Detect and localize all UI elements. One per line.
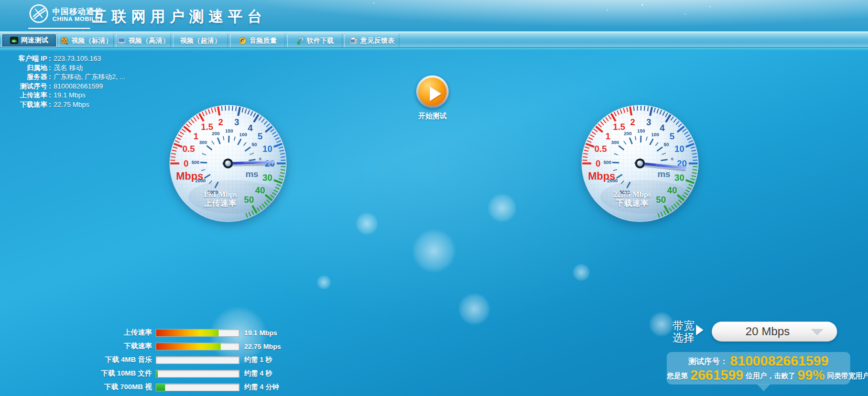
china-mobile-logo-icon [28,3,49,26]
download-icon [296,37,304,45]
start-test-label: 开始测试 [401,112,464,121]
svg-text:2: 2 [218,117,223,127]
svg-text:5000: 5000 [620,190,630,195]
tab-video-uhd[interactable]: 视频（超清） [173,34,228,47]
svg-text:5000: 5000 [208,190,218,195]
svg-text:50: 50 [664,142,669,147]
result-rank-pre: 您是第 [667,372,688,380]
svg-text:40: 40 [255,185,265,195]
client-info-row-upload-rate: 上传速率:19.1 Mbps [5,91,125,100]
svg-text:1: 1 [193,131,198,141]
svg-text:0.5: 0.5 [182,144,195,154]
bar-row-upload-speed: 上传速率 19.1 Mbps [93,326,281,339]
client-info-row-server: 服务器:广东移动, 广东移动2, ... [5,72,125,82]
play-icon [418,78,447,106]
svg-text:4: 4 [660,123,665,133]
progress-bar [156,329,240,337]
svg-text:ms: ms [245,169,258,179]
speed-test-page: 中国移动通信 CHINA MOBILE 移动通信专家 互联网用户测速平台 网速测… [0,0,868,396]
result-rank-post: 同类带宽用户 [827,372,868,380]
film-reel-icon [60,37,69,45]
svg-text:500: 500 [192,160,200,165]
tab-video-hd[interactable]: 视频（高清） [116,34,171,47]
svg-text:3: 3 [646,117,651,127]
result-test-id-label: 测试序号： [688,357,728,366]
progress-bar [156,356,240,364]
bandwidth-arrow-icon [696,325,703,335]
page-title: 互联网用户测速平台 [92,7,267,27]
svg-text:40: 40 [667,185,677,195]
svg-text:150: 150 [225,128,233,134]
svg-text:300: 300 [611,140,619,145]
bar-row-file-10mb: 下载 10MB 文件 约需 4 秒 [93,367,281,380]
tab-feedback[interactable]: 意见反馈表 [344,34,399,47]
svg-text:5: 5 [670,131,675,141]
svg-text:500: 500 [604,160,612,165]
tab-audio-quality[interactable]: 音频质量 [230,34,285,47]
result-beat-percent: 99% [798,367,825,383]
svg-text:3: 3 [234,117,239,127]
progress-bar [156,343,240,350]
fax-icon [350,37,358,45]
bandwidth-selected-value: 20 Mbps [745,325,789,338]
tab-software-download[interactable]: 软件下载 [287,34,342,47]
svg-text:5: 5 [258,131,263,141]
svg-text:50: 50 [252,142,257,147]
client-info-row-client-ip: 客户端 IP:223.73.105.163 [5,54,125,63]
progress-bar [156,383,240,391]
speed-gauge-icon [10,36,18,45]
svg-text:10: 10 [675,144,685,154]
svg-text:30: 30 [675,173,685,183]
result-user-number: 2661599 [690,367,743,383]
svg-text:0: 0 [259,157,262,161]
svg-text:200: 200 [212,131,220,136]
result-rank-mid: 位用户，击败了 [746,372,796,380]
result-test-id-value: 8100082661599 [730,353,829,369]
svg-text:100: 100 [652,132,659,137]
bandwidth-dropdown[interactable]: 20 Mbps [712,322,837,342]
svg-text:0: 0 [183,159,188,169]
start-test-button[interactable]: 开始测试 [401,75,464,121]
svg-text:300: 300 [199,140,207,145]
audio-disc-icon [238,37,247,45]
bandwidth-select-label: 带宽 选择 [672,320,695,344]
progress-bar [156,370,240,378]
speed-bars-panel: 上传速率 19.1 Mbps 下载速率 22.75 Mbps 下载 4MB 音乐… [93,326,281,394]
download-gauge: 00.511.523451020304050Mbpsms050100150200… [577,101,703,226]
upload-gauge: 00.511.523451020304050Mbpsms050100150200… [165,101,291,226]
client-info-panel: 客户端 IP:223.73.105.163 归属地:茂名 移动 服务器:广东移动… [5,54,125,109]
tab-video-sd[interactable]: 视频（标清） [59,34,114,47]
bar-row-download-speed: 下载速率 22.75 Mbps [93,339,281,353]
tab-bar: 网速测试 视频（标清） 视频（高清） 视频（超清） 音频质量 软件下载 意见反馈… [0,31,868,48]
svg-text:200: 200 [624,131,632,136]
svg-text:2000: 2000 [607,178,617,183]
svg-text:0.5: 0.5 [594,144,607,154]
tab-speed-test[interactable]: 网速测试 [2,34,57,47]
svg-text:2000: 2000 [195,178,205,183]
test-result-panel: 测试序号： 8100082661599 您是第 2661599 位用户，击败了 … [667,352,850,384]
bar-row-music-4mb: 下载 4MB 音乐 约需 1 秒 [93,353,281,367]
svg-text:ms: ms [657,169,670,179]
svg-text:50: 50 [656,195,666,205]
client-info-row-location: 归属地:茂名 移动 [5,63,125,73]
svg-text:100: 100 [240,132,247,137]
client-info-row-download-rate: 下载速率:22.75 Mbps [5,100,125,109]
bar-row-video-700mb: 下载 700MB 视 约需 4 分钟 [93,380,281,394]
svg-text:30: 30 [263,173,273,183]
client-info-row-test-id: 测试序号:8100082661599 [5,82,125,91]
svg-text:0: 0 [595,159,600,169]
svg-text:0: 0 [671,157,674,161]
chevron-down-icon [811,329,823,336]
svg-text:10: 10 [263,144,273,154]
monitor-icon [117,37,126,45]
header: 中国移动通信 CHINA MOBILE 移动通信专家 互联网用户测速平台 [0,0,868,32]
svg-text:150: 150 [637,128,645,134]
svg-text:2: 2 [630,117,635,127]
svg-text:1: 1 [605,131,610,141]
svg-text:50: 50 [244,195,254,205]
svg-text:4: 4 [248,123,253,133]
